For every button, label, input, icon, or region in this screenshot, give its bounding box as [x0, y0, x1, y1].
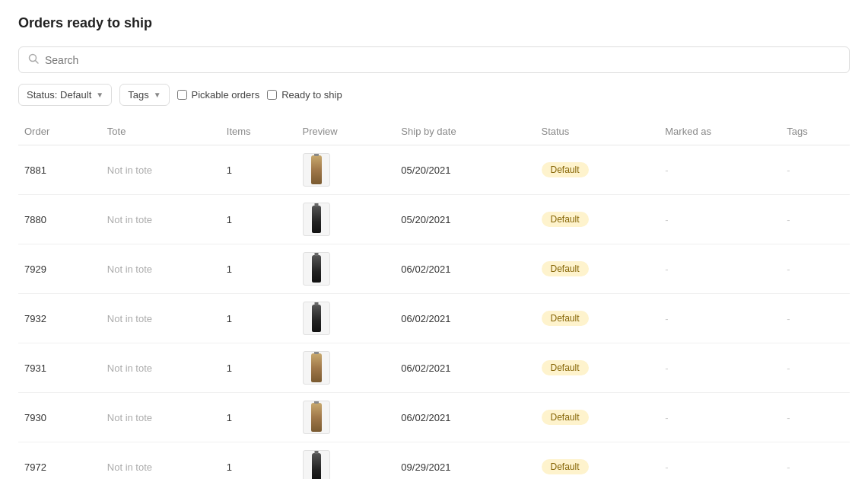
- cell-preview: [297, 195, 396, 244]
- search-icon: [28, 53, 39, 66]
- cell-preview: [297, 343, 396, 393]
- tags-filter-label: Tags: [128, 89, 148, 101]
- cell-marked-as: -: [659, 343, 781, 393]
- product-preview-image: [303, 252, 330, 286]
- status-badge: Default: [542, 261, 589, 276]
- cell-ship-by: 06/02/2021: [395, 294, 535, 343]
- status-chevron-icon: ▼: [96, 91, 103, 99]
- cell-status: Default: [536, 145, 660, 195]
- cell-ship-by: 06/02/2021: [395, 393, 535, 442]
- cell-order: 7880: [18, 195, 101, 244]
- cell-ship-by: 05/20/2021: [395, 145, 535, 195]
- table-row[interactable]: 7929 Not in tote 1 06/02/2021 Default - …: [18, 244, 850, 294]
- table-row[interactable]: 7931 Not in tote 1 06/02/2021 Default - …: [18, 343, 850, 393]
- cell-tote: Not in tote: [101, 195, 221, 244]
- product-preview-image: [303, 351, 330, 385]
- cell-tags: -: [781, 294, 850, 343]
- ready-to-ship-label: Ready to ship: [281, 89, 342, 101]
- tags-filter-dropdown[interactable]: Tags ▼: [119, 84, 169, 106]
- cell-preview: [297, 145, 396, 195]
- status-badge: Default: [542, 459, 589, 474]
- cell-order: 7929: [18, 244, 101, 294]
- cell-marked-as: -: [659, 294, 781, 343]
- status-badge: Default: [542, 212, 589, 227]
- cell-marked-as: -: [659, 244, 781, 294]
- ready-to-ship-filter[interactable]: Ready to ship: [267, 89, 342, 101]
- cell-ship-by: 09/29/2021: [395, 442, 535, 480]
- cell-tote: Not in tote: [101, 145, 221, 195]
- cell-tote: Not in tote: [101, 442, 221, 480]
- status-filter-dropdown[interactable]: Status: Default ▼: [18, 84, 112, 106]
- cell-order: 7881: [18, 145, 101, 195]
- status-filter-label: Status: Default: [27, 89, 91, 101]
- ready-to-ship-checkbox[interactable]: [267, 90, 277, 100]
- cell-order: 7930: [18, 393, 101, 442]
- cell-marked-as: -: [659, 145, 781, 195]
- cell-tags: -: [781, 343, 850, 393]
- svg-line-1: [36, 61, 39, 64]
- col-status: Status: [536, 118, 660, 145]
- cell-ship-by: 06/02/2021: [395, 244, 535, 294]
- status-badge: Default: [542, 360, 589, 375]
- col-preview: Preview: [297, 118, 396, 145]
- col-order: Order: [18, 118, 101, 145]
- cell-status: Default: [536, 195, 660, 244]
- col-marked-as: Marked as: [659, 118, 781, 145]
- cell-items: 1: [221, 393, 297, 442]
- product-preview-image: [303, 302, 330, 335]
- orders-table: Order Tote Items Preview Ship by date St…: [18, 118, 850, 479]
- page-container: Orders ready to ship Status: Default ▼ T…: [0, 0, 868, 479]
- table-row[interactable]: 7930 Not in tote 1 06/02/2021 Default - …: [18, 393, 850, 442]
- cell-tags: -: [781, 393, 850, 442]
- status-badge: Default: [542, 410, 589, 425]
- cell-tags: -: [781, 244, 850, 294]
- col-tote: Tote: [101, 118, 221, 145]
- table-body: 7881 Not in tote 1 05/20/2021 Default - …: [18, 145, 850, 480]
- cell-items: 1: [221, 145, 297, 195]
- cell-marked-as: -: [659, 195, 781, 244]
- cell-status: Default: [536, 393, 660, 442]
- cell-tote: Not in tote: [101, 244, 221, 294]
- cell-tote: Not in tote: [101, 343, 221, 393]
- cell-items: 1: [221, 343, 297, 393]
- cell-preview: [297, 442, 396, 480]
- cell-status: Default: [536, 343, 660, 393]
- pickable-orders-checkbox[interactable]: [177, 90, 187, 100]
- search-bar: [18, 46, 850, 73]
- search-input[interactable]: [45, 54, 840, 66]
- cell-status: Default: [536, 442, 660, 480]
- cell-preview: [297, 244, 396, 294]
- pickable-orders-label: Pickable orders: [192, 89, 260, 101]
- cell-tote: Not in tote: [101, 393, 221, 442]
- col-ship-by: Ship by date: [395, 118, 535, 145]
- filters-row: Status: Default ▼ Tags ▼ Pickable orders…: [18, 84, 850, 106]
- table-row[interactable]: 7880 Not in tote 1 05/20/2021 Default - …: [18, 195, 850, 244]
- pickable-orders-filter[interactable]: Pickable orders: [177, 89, 260, 101]
- cell-tags: -: [781, 195, 850, 244]
- cell-tote: Not in tote: [101, 294, 221, 343]
- cell-status: Default: [536, 244, 660, 294]
- product-preview-image: [303, 153, 330, 187]
- status-badge: Default: [542, 162, 589, 177]
- table-row[interactable]: 7932 Not in tote 1 06/02/2021 Default - …: [18, 294, 850, 343]
- product-preview-image: [303, 450, 330, 479]
- col-tags: Tags: [781, 118, 850, 145]
- cell-tags: -: [781, 145, 850, 195]
- tags-chevron-icon: ▼: [154, 91, 161, 99]
- col-items: Items: [221, 118, 297, 145]
- status-badge: Default: [542, 311, 589, 326]
- cell-items: 1: [221, 195, 297, 244]
- cell-ship-by: 05/20/2021: [395, 195, 535, 244]
- cell-marked-as: -: [659, 393, 781, 442]
- cell-order: 7932: [18, 294, 101, 343]
- cell-ship-by: 06/02/2021: [395, 343, 535, 393]
- cell-marked-as: -: [659, 442, 781, 480]
- table-row[interactable]: 7881 Not in tote 1 05/20/2021 Default - …: [18, 145, 850, 195]
- cell-items: 1: [221, 244, 297, 294]
- cell-order: 7931: [18, 343, 101, 393]
- cell-items: 1: [221, 294, 297, 343]
- product-preview-image: [303, 203, 330, 236]
- cell-order: 7972: [18, 442, 101, 480]
- table-row[interactable]: 7972 Not in tote 1 09/29/2021 Default - …: [18, 442, 850, 480]
- product-preview-image: [303, 401, 330, 434]
